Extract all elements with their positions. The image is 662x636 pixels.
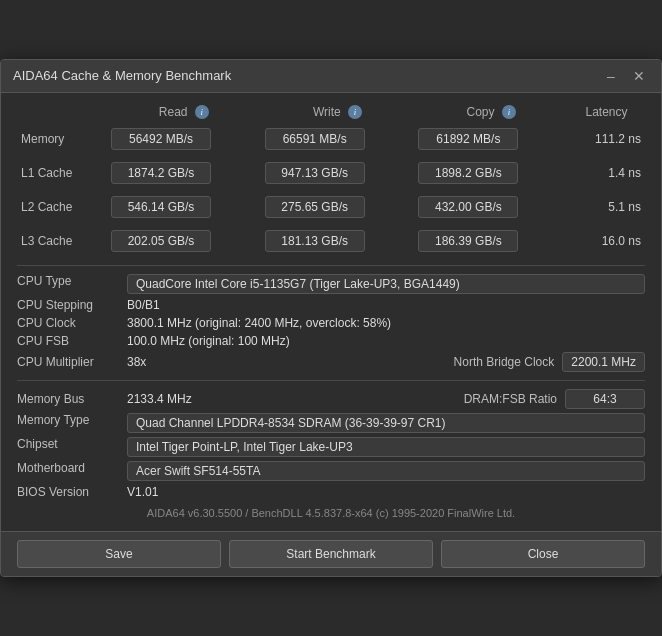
bench-copy: 432.00 GB/s: [414, 193, 568, 221]
bench-label: L2 Cache: [17, 193, 107, 221]
motherboard-row: Motherboard Acer Swift SF514-55TA: [17, 459, 645, 483]
section-divider-1: [17, 265, 645, 266]
cpu-fsb-row: CPU FSB 100.0 MHz (original: 100 MHz): [17, 332, 645, 350]
memory-type-row: Memory Type Quad Channel LPDDR4-8534 SDR…: [17, 411, 645, 435]
bench-row-l2-cache: L2 Cache 546.14 GB/s 275.65 GB/s 432.00 …: [17, 193, 645, 221]
memory-bus-value: 2133.4 MHz: [127, 392, 464, 406]
bench-read: 202.05 GB/s: [107, 227, 261, 255]
north-bridge-label: North Bridge Clock: [454, 355, 555, 369]
title-bar: AIDA64 Cache & Memory Benchmark – ✕: [1, 60, 661, 93]
memory-type-label: Memory Type: [17, 413, 127, 427]
north-bridge-value: 2200.1 MHz: [562, 352, 645, 372]
bench-row-l3-cache: L3 Cache 202.05 GB/s 181.13 GB/s 186.39 …: [17, 227, 645, 255]
dram-fsb-value: 64:3: [565, 389, 645, 409]
memory-bus-left: Memory Bus 2133.4 MHz: [17, 392, 464, 406]
bench-read: 546.14 GB/s: [107, 193, 261, 221]
read-info-icon[interactable]: i: [195, 105, 209, 119]
col-header-copy: Copy i: [414, 101, 568, 126]
cpu-multiplier-left: CPU Multiplier 38x: [17, 355, 454, 369]
minimize-button[interactable]: –: [601, 68, 621, 84]
cpu-type-label: CPU Type: [17, 274, 127, 288]
bottom-bar: Save Start Benchmark Close: [1, 531, 661, 576]
bench-row-memory: Memory 56492 MB/s 66591 MB/s 61892 MB/s …: [17, 125, 645, 153]
window-controls: – ✕: [601, 68, 649, 84]
col-header-label: [17, 101, 107, 126]
cpu-fsb-label: CPU FSB: [17, 334, 127, 348]
content-area: Read i Write i Copy i Latency Memory: [1, 93, 661, 532]
main-window: AIDA64 Cache & Memory Benchmark – ✕ Read…: [0, 59, 662, 578]
copy-info-icon[interactable]: i: [502, 105, 516, 119]
benchmark-table: Read i Write i Copy i Latency Memory: [17, 101, 645, 256]
bench-latency: 1.4 ns: [568, 159, 645, 187]
memory-bus-label: Memory Bus: [17, 392, 127, 406]
bench-write: 947.13 GB/s: [261, 159, 415, 187]
cpu-clock-row: CPU Clock 3800.1 MHz (original: 2400 MHz…: [17, 314, 645, 332]
cpu-type-value: QuadCore Intel Core i5-1135G7 (Tiger Lak…: [127, 274, 645, 294]
bios-label: BIOS Version: [17, 485, 127, 499]
chipset-row: Chipset Intel Tiger Point-LP, Intel Tige…: [17, 435, 645, 459]
bench-copy: 61892 MB/s: [414, 125, 568, 153]
save-button[interactable]: Save: [17, 540, 221, 568]
bench-read: 1874.2 GB/s: [107, 159, 261, 187]
bench-read: 56492 MB/s: [107, 125, 261, 153]
dram-fsb-right: DRAM:FSB Ratio 64:3: [464, 389, 645, 409]
memory-type-value: Quad Channel LPDDR4-8534 SDRAM (36-39-39…: [127, 413, 645, 433]
bench-latency: 5.1 ns: [568, 193, 645, 221]
start-benchmark-button[interactable]: Start Benchmark: [229, 540, 433, 568]
bench-latency: 111.2 ns: [568, 125, 645, 153]
close-button[interactable]: ✕: [629, 68, 649, 84]
cpu-stepping-value: B0/B1: [127, 298, 645, 312]
cpu-type-row: CPU Type QuadCore Intel Core i5-1135G7 (…: [17, 272, 645, 296]
bench-label: L3 Cache: [17, 227, 107, 255]
col-header-latency: Latency: [568, 101, 645, 126]
cpu-clock-label: CPU Clock: [17, 316, 127, 330]
section-divider-2: [17, 380, 645, 381]
cpu-clock-value: 3800.1 MHz (original: 2400 MHz, overcloc…: [127, 316, 645, 330]
chipset-label: Chipset: [17, 437, 127, 451]
col-header-read: Read i: [107, 101, 261, 126]
cpu-fsb-value: 100.0 MHz (original: 100 MHz): [127, 334, 645, 348]
cpu-stepping-row: CPU Stepping B0/B1: [17, 296, 645, 314]
cpu-multiplier-value: 38x: [127, 355, 454, 369]
bench-row-l1-cache: L1 Cache 1874.2 GB/s 947.13 GB/s 1898.2 …: [17, 159, 645, 187]
cpu-stepping-label: CPU Stepping: [17, 298, 127, 312]
bench-write: 275.65 GB/s: [261, 193, 415, 221]
bench-write: 181.13 GB/s: [261, 227, 415, 255]
motherboard-label: Motherboard: [17, 461, 127, 475]
dram-fsb-label: DRAM:FSB Ratio: [464, 392, 557, 406]
motherboard-value: Acer Swift SF514-55TA: [127, 461, 645, 481]
bench-copy: 186.39 GB/s: [414, 227, 568, 255]
bios-row: BIOS Version V1.01: [17, 483, 645, 501]
chipset-value: Intel Tiger Point-LP, Intel Tiger Lake-U…: [127, 437, 645, 457]
info-section: CPU Type QuadCore Intel Core i5-1135G7 (…: [17, 272, 645, 501]
bench-label: Memory: [17, 125, 107, 153]
memory-bus-row: Memory Bus 2133.4 MHz DRAM:FSB Ratio 64:…: [17, 387, 645, 411]
bench-label: L1 Cache: [17, 159, 107, 187]
col-header-write: Write i: [261, 101, 415, 126]
window-title: AIDA64 Cache & Memory Benchmark: [13, 68, 231, 83]
bench-latency: 16.0 ns: [568, 227, 645, 255]
bench-write: 66591 MB/s: [261, 125, 415, 153]
bench-copy: 1898.2 GB/s: [414, 159, 568, 187]
north-bridge-right: North Bridge Clock 2200.1 MHz: [454, 352, 645, 372]
write-info-icon[interactable]: i: [348, 105, 362, 119]
footer-text: AIDA64 v6.30.5500 / BenchDLL 4.5.837.8-x…: [17, 501, 645, 523]
close-button-bottom[interactable]: Close: [441, 540, 645, 568]
bios-value: V1.01: [127, 485, 645, 499]
cpu-multiplier-label: CPU Multiplier: [17, 355, 127, 369]
cpu-multiplier-row: CPU Multiplier 38x North Bridge Clock 22…: [17, 350, 645, 374]
